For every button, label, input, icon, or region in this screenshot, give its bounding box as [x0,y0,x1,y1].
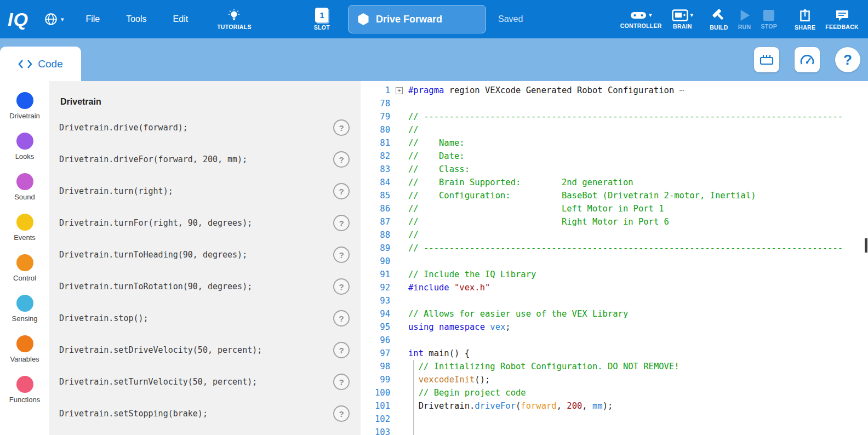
code-text: // [408,228,868,242]
code-line[interactable]: 94// Allows for easier use of the VEX Li… [361,307,868,320]
command-help-button[interactable]: ? [333,247,350,263]
command-text[interactable]: Drivetrain.turnFor(right, 90, degrees); [59,218,252,228]
menu-file[interactable]: File [85,14,100,24]
fold-expand-icon[interactable]: + [396,87,403,94]
command-help-button[interactable]: ? [333,151,350,168]
command-row[interactable]: Drivetrain.setTurnVelocity(50, percent);… [59,366,350,398]
code-line[interactable]: 78 [361,97,868,110]
sidebar-item-sensing[interactable]: Sensing [0,295,49,335]
code-line[interactable]: 84// Brain Supported: 2nd generation [361,176,868,189]
command-row[interactable]: Drivetrain.setDriveVelocity(50, percent)… [59,334,350,366]
command-help-button[interactable]: ? [333,342,350,358]
sidebar-item-looks[interactable]: Looks [0,133,49,173]
code-line[interactable]: 92#include "vex.h" [361,281,868,294]
code-line[interactable]: 103 [361,426,868,435]
command-help-button[interactable]: ? [333,215,350,231]
command-text[interactable]: Drivetrain.setStopping(brake); [59,409,208,419]
code-line[interactable]: 90 [361,255,868,268]
fold-gutter [390,176,408,189]
command-row[interactable]: Drivetrain.setStopping(brake);? [59,398,350,430]
stop-icon [763,9,775,21]
controller-button[interactable]: ▾ CONTROLLER [615,10,667,29]
sidebar-item-control[interactable]: Control [0,254,49,295]
tab-code[interactable]: Code [0,47,81,81]
code-line[interactable]: 1+#pragma region VEXcode Generated Robot… [361,84,868,97]
tutorials-button[interactable]: TUTORIALS [212,9,256,30]
code-line[interactable]: 88// [361,228,868,242]
code-line[interactable]: 79// -----------------------------------… [361,110,868,123]
code-editor[interactable]: 1+#pragma region VEXcode Generated Robot… [361,81,868,435]
stop-button[interactable]: STOP [756,9,782,30]
command-text[interactable]: Drivetrain.setTurnVelocity(50, percent); [59,377,257,387]
command-text[interactable]: Drivetrain.drive(forward); [59,123,188,133]
code-line[interactable]: 102 [361,413,868,426]
code-line[interactable]: 96 [361,334,868,347]
build-hammer-icon [712,8,726,22]
main-content: DrivetrainLooksSoundEventsControlSensing… [0,81,868,435]
code-line[interactable]: 87// Right Motor in Port 6 [361,215,868,228]
menu-tools[interactable]: Tools [126,14,146,24]
code-line[interactable]: 100 // Begin project code [361,386,868,399]
code-text: using namespace vex; [408,320,868,334]
code-line[interactable]: 101 Drivetrain.driveFor(forward, 200, mm… [361,399,868,413]
line-number: 1 [361,84,390,97]
command-help-button[interactable]: ? [333,374,350,390]
command-text[interactable]: Drivetrain.setDriveVelocity(50, percent)… [59,345,262,355]
command-help-button[interactable]: ? [333,405,350,422]
feedback-button[interactable]: FEEDBACK [820,9,864,30]
language-selector[interactable]: ▾ [44,12,64,26]
code-text: int main() { [408,347,868,360]
editor-scrollbar-thumb[interactable] [865,238,867,253]
command-row[interactable]: Drivetrain.stop();? [59,302,350,334]
build-button[interactable]: BUILD [705,8,733,31]
code-line[interactable]: 82// Date: [361,150,868,163]
code-line[interactable]: 81// Name: [361,136,868,150]
sidebar-item-drivetrain[interactable]: Drivetrain [0,92,49,133]
command-help-button[interactable]: ? [333,183,350,199]
command-row[interactable]: Drivetrain.driveFor(forward, 200, mm);? [59,144,350,175]
code-line[interactable]: 89// -----------------------------------… [361,242,868,255]
command-help-button[interactable]: ? [333,119,350,136]
run-label: RUN [738,24,751,30]
command-text[interactable]: Drivetrain.stop(); [59,313,149,323]
code-line[interactable]: 97int main() { [361,347,868,360]
share-button[interactable]: SHARE [790,8,820,31]
code-line[interactable]: 86// Left Motor in Port 1 [361,202,868,215]
code-line[interactable]: 99 vexcodeInit(); [361,373,868,386]
command-text[interactable]: Drivetrain.turn(right); [59,186,173,196]
command-text[interactable]: Drivetrain.driveFor(forward, 200, mm); [59,154,247,164]
command-text[interactable]: Drivetrain.turnToRotation(90, degrees); [59,282,252,291]
slot-button[interactable]: 1 SLOT [309,8,335,31]
code-text: // Allows for easier use of the VEX Libr… [408,307,868,320]
sidebar-item-events[interactable]: Events [0,214,49,254]
command-help-button[interactable]: ? [333,278,350,295]
project-name-button[interactable]: Drive Forward [348,5,486,33]
command-text[interactable]: Drivetrain.turnToHeading(90, degrees); [59,250,247,260]
command-row[interactable]: Drivetrain.drive(forward);? [59,112,350,144]
command-row[interactable]: Drivetrain.turn(right);? [59,175,350,207]
sidebar-item-functions[interactable]: Functions [0,376,49,416]
command-panel-header: Drivetrain [60,94,350,110]
sidebar-item-label: Events [14,233,36,242]
device-info-button[interactable] [754,47,779,72]
fold-gutter [390,360,408,373]
sidebar-item-variables[interactable]: Variables [0,335,49,376]
command-row[interactable]: Drivetrain.turnFor(right, 90, degrees);? [59,207,350,239]
brain-button[interactable]: ▾ BRAIN [667,9,699,30]
code-line[interactable]: 91// Include the IQ Library [361,268,868,281]
dashboard-button[interactable] [795,47,820,72]
command-help-button[interactable]: ? [333,310,350,327]
menu-edit[interactable]: Edit [173,14,189,24]
command-row[interactable]: Drivetrain.turnToHeading(90, degrees);? [59,239,350,271]
code-line[interactable]: 85// Configuration: BaseBot (Drivetrain … [361,189,868,202]
command-row[interactable]: Drivetrain.turnToRotation(90, degrees);? [59,271,350,302]
code-line[interactable]: 93 [361,294,868,307]
code-line[interactable]: 98 // Initializing Robot Configuration. … [361,360,868,373]
code-line[interactable]: 83// Class: [361,163,868,176]
code-line[interactable]: 95using namespace vex; [361,320,868,334]
sidebar-item-sound[interactable]: Sound [0,173,49,214]
run-button[interactable]: RUN [733,9,756,30]
code-line[interactable]: 80// [361,123,868,136]
fold-gutter [390,320,408,334]
help-button[interactable]: ? [835,47,860,72]
